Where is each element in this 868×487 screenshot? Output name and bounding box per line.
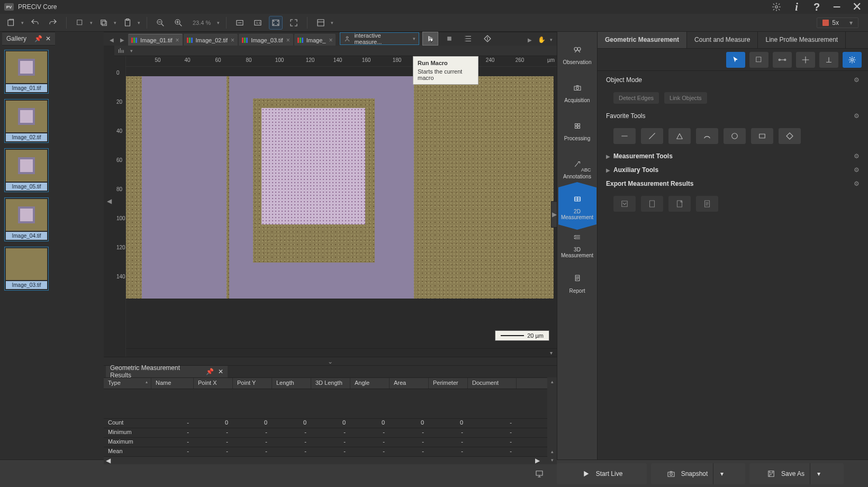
circle-tool-button[interactable] bbox=[724, 128, 746, 144]
perpendicular-tool-button[interactable] bbox=[819, 52, 838, 68]
column-header[interactable]: Name bbox=[151, 378, 194, 389]
rect-tool-button[interactable] bbox=[751, 128, 773, 144]
close-icon[interactable]: × bbox=[231, 37, 234, 44]
mode-2d-measurement[interactable]: 2D Measurement bbox=[558, 187, 596, 224]
document-tab[interactable]: Image_01.tif× bbox=[128, 34, 183, 46]
close-icon[interactable]: ✕ bbox=[851, 1, 863, 13]
detect-edges-button[interactable]: Detect Edges bbox=[613, 92, 659, 104]
column-header[interactable]: Point Y bbox=[233, 378, 272, 389]
gallery-thumb[interactable]: Image_02.tif bbox=[4, 99, 49, 143]
column-header[interactable]: Area bbox=[390, 378, 429, 389]
run-macro-button[interactable] bbox=[422, 32, 438, 46]
column-header[interactable]: Perimeter bbox=[429, 378, 468, 389]
image-viewport[interactable]: 20 µm bbox=[126, 67, 557, 348]
gear-icon[interactable]: ⚙ bbox=[854, 76, 860, 84]
mode-report[interactable]: Report bbox=[558, 264, 596, 301]
measurement-tools-section[interactable]: ▶Measurement Tools⚙ bbox=[606, 152, 860, 160]
export-doc-button[interactable] bbox=[696, 196, 718, 212]
move-tool-button[interactable] bbox=[796, 52, 815, 68]
mode-processing[interactable]: Processing bbox=[558, 111, 596, 148]
close-icon[interactable]: ✕ bbox=[46, 35, 51, 42]
paste-button[interactable] bbox=[121, 16, 134, 30]
viewport-scrollbar[interactable]: ▾ bbox=[126, 348, 557, 357]
export-workbook-button[interactable] bbox=[613, 196, 636, 212]
chevron-down-icon[interactable]: ▾ bbox=[114, 20, 116, 25]
fit-window-button[interactable] bbox=[269, 16, 283, 30]
auxiliary-tools-section[interactable]: ▶Auxiliary Tools⚙ bbox=[606, 166, 860, 174]
panel-tab[interactable]: Count and Measure bbox=[687, 32, 758, 48]
line-tool-button[interactable] bbox=[613, 128, 636, 144]
document-tab[interactable]: Image_03.tif× bbox=[239, 34, 293, 46]
open-button[interactable] bbox=[4, 16, 18, 30]
chevron-down-icon[interactable]: ▾ bbox=[413, 36, 415, 41]
collapse-left-button[interactable]: ◀ bbox=[104, 46, 114, 357]
chevron-down-icon[interactable]: ▾ bbox=[90, 20, 93, 25]
settings-tool-button[interactable] bbox=[843, 52, 862, 68]
mode-observation[interactable]: Observation bbox=[558, 35, 596, 72]
mode-3d-measurement[interactable]: 3D Measurement bbox=[558, 226, 596, 263]
column-header[interactable]: Angle bbox=[350, 378, 390, 389]
results-v-scrollbar[interactable]: ▴▴▾ bbox=[547, 377, 557, 464]
column-header[interactable]: Type bbox=[104, 378, 151, 389]
chevron-down-icon[interactable]: ▾ bbox=[217, 20, 220, 25]
undo-button[interactable] bbox=[28, 16, 42, 30]
mode-annotations[interactable]: ABCAnnotations bbox=[558, 149, 596, 186]
zoom-out-button[interactable] bbox=[153, 16, 167, 30]
export-sheet-button[interactable] bbox=[641, 196, 663, 212]
chevron-down-icon[interactable]: ▾ bbox=[550, 37, 553, 42]
tab-prev-button[interactable]: ◀ bbox=[107, 34, 116, 46]
snapshot-button[interactable]: Snapshot ▾ bbox=[651, 463, 745, 484]
diamond-tool-button[interactable] bbox=[779, 128, 801, 144]
actual-size-button[interactable]: 1:1 bbox=[251, 16, 265, 30]
close-icon[interactable]: × bbox=[329, 37, 332, 44]
pin-icon[interactable]: 📌 bbox=[206, 368, 214, 375]
save-as-button[interactable]: Save As ▾ bbox=[749, 463, 844, 484]
pointer-tool-button[interactable] bbox=[726, 52, 745, 68]
pan-icon[interactable]: ✋ bbox=[538, 36, 546, 43]
chevron-down-icon[interactable]: ▾ bbox=[849, 19, 853, 26]
panel-tab[interactable]: Geometric Measurement bbox=[598, 32, 687, 48]
gear-icon[interactable]: ⚙ bbox=[854, 112, 860, 120]
tab-scroll-right-button[interactable]: ▶ bbox=[525, 34, 535, 46]
chevron-down-icon[interactable]: ▾ bbox=[130, 48, 133, 53]
tab-next-button[interactable]: ▶ bbox=[117, 34, 127, 46]
gallery-thumb[interactable]: Image_01.tif bbox=[4, 50, 49, 94]
objective-selector[interactable]: 5x ▾ bbox=[817, 17, 864, 28]
gear-icon[interactable]: ⚙ bbox=[854, 166, 860, 174]
info-icon[interactable]: i bbox=[791, 1, 802, 13]
fit-width-button[interactable] bbox=[233, 16, 247, 30]
macro-select[interactable]: interactive measure... ▾ bbox=[340, 32, 419, 45]
results-h-scrollbar[interactable]: ◀▶ bbox=[104, 457, 547, 464]
zoom-level[interactable]: 23.4 % bbox=[189, 20, 214, 26]
stop-macro-button[interactable] bbox=[441, 32, 457, 46]
column-header[interactable]: Point X bbox=[194, 378, 233, 389]
gear-icon[interactable]: ⚙ bbox=[854, 152, 860, 160]
gear-icon[interactable] bbox=[771, 1, 782, 13]
arc-tool-button[interactable] bbox=[696, 128, 718, 144]
chevron-down-icon[interactable]: ▾ bbox=[331, 20, 333, 25]
column-header[interactable]: Document bbox=[468, 378, 517, 389]
panel-tab[interactable]: Line Profile Measurement bbox=[758, 32, 846, 48]
export-excel-button[interactable] bbox=[668, 196, 691, 212]
start-live-button[interactable]: Start Live bbox=[557, 463, 647, 484]
selection-tool-button[interactable] bbox=[73, 16, 87, 30]
close-icon[interactable]: × bbox=[176, 37, 179, 44]
minimize-icon[interactable]: − bbox=[831, 1, 843, 13]
gallery-thumb[interactable]: Image_04.tif bbox=[4, 197, 49, 241]
chevron-down-icon[interactable]: ▾ bbox=[810, 463, 827, 484]
macro-edit-button[interactable] bbox=[480, 32, 495, 46]
macro-list-button[interactable] bbox=[460, 32, 476, 46]
copy-button[interactable] bbox=[97, 16, 111, 30]
monitor-icon[interactable] bbox=[530, 466, 548, 482]
mode-acquisition[interactable]: Acquisition bbox=[558, 73, 596, 110]
chevron-down-icon[interactable]: ▾ bbox=[713, 463, 730, 484]
document-tab[interactable]: Image_× bbox=[294, 34, 336, 46]
document-tab[interactable]: Image_02.tif× bbox=[184, 34, 238, 46]
gear-icon[interactable]: ⚙ bbox=[854, 180, 860, 187]
gallery-thumb[interactable]: Image_05.tif bbox=[4, 148, 49, 192]
zoom-in-button[interactable] bbox=[171, 16, 185, 30]
close-icon[interactable]: × bbox=[286, 37, 290, 44]
angle-tool-button[interactable] bbox=[668, 128, 691, 144]
pin-icon[interactable]: 📌 bbox=[34, 35, 42, 42]
close-icon[interactable]: ✕ bbox=[218, 368, 223, 375]
